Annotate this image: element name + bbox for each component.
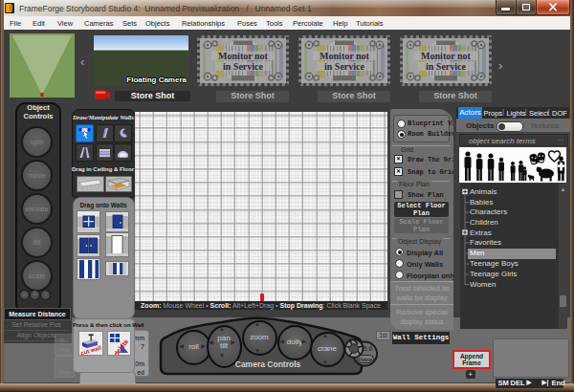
svg-text:f/stop: f/stop bbox=[358, 357, 373, 362]
svg-text:▲: ▲ bbox=[219, 326, 225, 332]
svg-text:▲: ▲ bbox=[254, 321, 260, 327]
svg-text:◀: ◀ bbox=[179, 343, 184, 349]
svg-text:▲: ▲ bbox=[322, 333, 328, 338]
svg-text:◀: ◀ bbox=[279, 338, 284, 344]
svg-text:5.6: 5.6 bbox=[364, 345, 373, 352]
svg-text:▶: ▶ bbox=[301, 338, 306, 344]
svg-text:▶: ▶ bbox=[201, 343, 206, 349]
svg-text:◀: ◀ bbox=[209, 339, 213, 345]
svg-text:▶: ▶ bbox=[231, 339, 235, 345]
svg-text:▼: ▼ bbox=[254, 348, 260, 354]
svg-text:▼: ▼ bbox=[219, 353, 225, 359]
